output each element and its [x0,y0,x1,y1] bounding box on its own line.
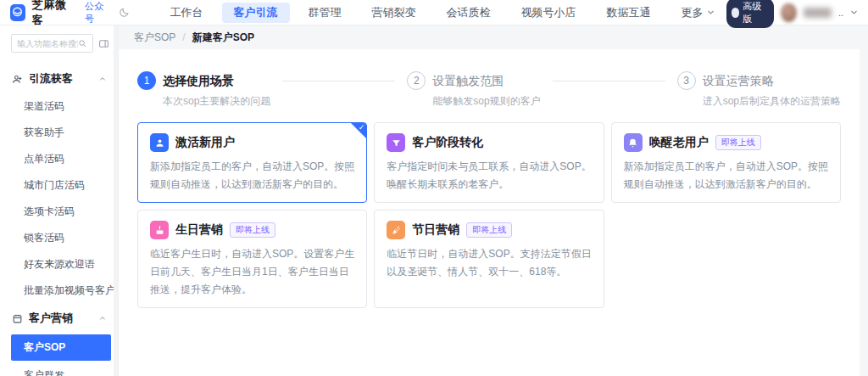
step-2: 2 设置触发范围 能够触发sop规则的客户 [407,71,540,109]
top-navbar: 芝麻微客 公众号 工作台 客户引流 群管理 营销裂变 会话质检 视频号小店 数据… [0,0,868,25]
main-area: 客户SOP / 新建客户SOP 1 选择使用场景 本次sop主要解决的问题 [119,25,868,376]
sidebar-item-lock-customer-qr[interactable]: 锁客活码 [0,225,118,251]
scenario-card-birthday-marketing[interactable]: 生日营销 即将上线 临近客户生日时，自动进入SOP。设置客户生日前几天、客户生日… [137,210,367,308]
nav-item-group-management[interactable]: 群管理 [297,3,353,23]
search-icon [78,39,87,48]
nav-item-marketing-fission[interactable]: 营销裂变 [360,3,428,23]
bell-icon [624,133,643,152]
sidebar-item-friend-source-welcome[interactable]: 好友来源欢迎语 [0,251,118,278]
step-connector [553,81,665,81]
coming-soon-badge: 即将上线 [466,222,512,238]
scenario-card-stage-conversion[interactable]: 客户阶段转化 客户指定时间未与员工联系，自动进入SOP。唤醒长期未联系的老客户。 [374,122,604,203]
coming-soon-badge: 即将上线 [230,222,275,238]
scenario-card-festival-marketing[interactable]: 节日营销 即将上线 临近节日时，自动进入SOP。支持法定节假日以及圣诞节、情人节… [374,210,604,308]
nav-item-data-interchange[interactable]: 数据互通 [595,3,663,23]
topbar-right: 高级版 .. [726,0,858,28]
check-icon: ✓ [359,123,365,132]
app-window: 芝麻微客 公众号 工作台 客户引流 群管理 营销裂变 会话质检 视频号小店 数据… [0,0,868,376]
plan-badge[interactable]: 高级版 [726,0,775,28]
sidebar-item-customer-sop[interactable]: 客户SOP [11,334,111,361]
user-name-blurred [804,8,832,18]
sidebar-item-channel-qr[interactable]: 渠道活码 [0,93,118,120]
sidebar-item-batch-add-channels-customer[interactable]: 批量添加视频号客户 [0,278,118,304]
step-title: 设置运营策略 [703,71,841,90]
sidebar-section-acquisition[interactable]: 引流获客 [0,65,118,93]
chevron-down-icon [707,8,715,16]
nav-item-channels-shop[interactable]: 视频号小店 [509,3,588,23]
chevron-up-icon [99,315,106,322]
public-account-link[interactable]: 公众号 [85,0,109,25]
cake-icon [150,221,169,239]
breadcrumb-parent[interactable]: 客户SOP [134,31,175,45]
step-subtitle: 能够触发sop规则的客户 [432,94,540,109]
step-1: 1 选择使用场景 本次sop主要解决的问题 [137,71,270,109]
breadcrumb: 客户SOP / 新建客户SOP [119,25,868,49]
stepper: 1 选择使用场景 本次sop主要解决的问题 2 设置触发范围 能够触发sop规则… [137,71,841,109]
step-subtitle: 进入sop后制定具体的运营策略 [703,94,841,109]
crown-icon [732,8,740,18]
breadcrumb-current: 新建客户SOP [192,31,254,45]
brand-logo-icon [10,4,25,21]
coming-soon-badge: 即将上线 [715,135,761,150]
nav-item-more[interactable]: 更多 [670,3,726,23]
user-menu-chevron-down-icon[interactable] [850,8,858,16]
function-search[interactable] [11,34,93,53]
avatar[interactable] [781,3,796,22]
brand-name: 芝麻微客 [32,0,73,28]
scenario-card-activate-new-user[interactable]: 激活新用户 新添加指定员工的客户，自动进入SOP。按照规则自动推送，以达到激活新… [137,122,367,203]
nav-item-workbench[interactable]: 工作台 [159,3,215,23]
dark-mode-moon-icon[interactable] [119,7,130,18]
step-title: 设置触发范围 [432,71,540,90]
sidebar-scrollbar[interactable] [114,25,118,376]
sidebar: 引流获客 渠道活码 获客助手 点单活码 城市门店活码 选项卡活码 锁客活码 好友… [0,25,119,376]
chevron-up-icon [99,76,106,82]
sidebar-section-marketing[interactable]: 客户营销 [0,304,118,333]
sidebar-item-customer-mass-send[interactable]: 客户群发 [0,362,118,376]
collapse-panel-icon[interactable] [98,38,109,49]
nav-item-customer-acquisition[interactable]: 客户引流 [222,3,290,23]
calendar-icon [12,313,23,324]
activate-user-icon [150,133,169,152]
step-connector [282,81,395,81]
step-3: 3 设置运营策略 进入sop后制定具体的运营策略 [677,71,841,109]
main-nav: 工作台 客户引流 群管理 营销裂变 会话质检 视频号小店 数据互通 更多 [159,3,726,23]
sidebar-item-tab-qr[interactable]: 选项卡活码 [0,199,118,225]
scenario-card-grid: 激活新用户 新添加指定员工的客户，自动进入SOP。按照规则自动推送，以达到激活新… [137,122,841,308]
content-panel: 1 选择使用场景 本次sop主要解决的问题 2 设置触发范围 能够触发sop规则… [119,49,860,376]
step-subtitle: 本次sop主要解决的问题 [163,94,270,109]
search-input[interactable] [17,39,78,48]
user-name-suffix: .. [838,8,843,18]
nav-item-chat-inspection[interactable]: 会话质检 [435,3,503,23]
user-plus-icon [12,74,23,85]
party-popper-icon [387,221,405,239]
step-title: 选择使用场景 [163,71,270,90]
sidebar-item-order-qr[interactable]: 点单活码 [0,146,118,172]
sidebar-item-acquisition-assistant[interactable]: 获客助手 [0,120,118,146]
scenario-card-wake-old-user[interactable]: 唤醒老用户 即将上线 新添加指定员工的客户，自动进入SOP。按照规则自动推送，以… [611,122,841,203]
stage-conversion-icon [387,133,405,152]
sidebar-item-city-store-qr[interactable]: 城市门店活码 [0,172,118,199]
